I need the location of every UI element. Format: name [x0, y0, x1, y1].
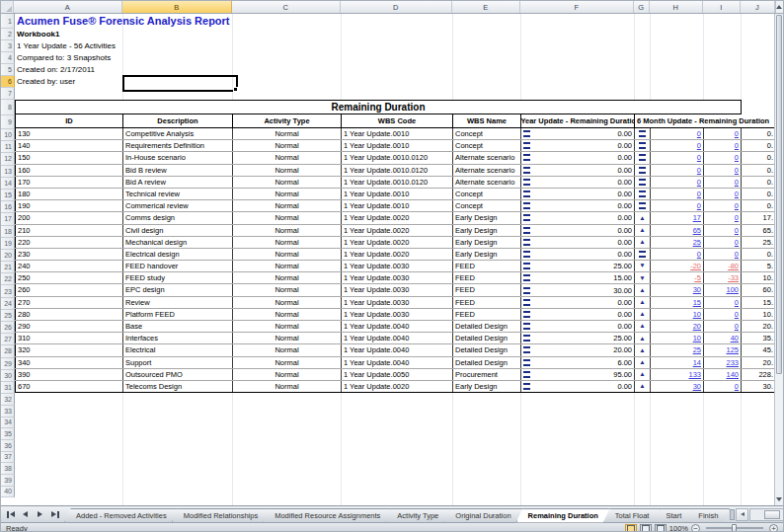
cell-wbs-name[interactable]: Early Design: [453, 249, 521, 260]
row-header-18[interactable]: 18: [1, 226, 15, 238]
cell-delta[interactable]: 0: [651, 140, 704, 151]
cell-delta[interactable]: 0: [651, 249, 704, 260]
cell-id[interactable]: 270: [15, 297, 123, 308]
cell-pct[interactable]: -33: [704, 272, 742, 283]
cell-six-month[interactable]: 20.: [742, 321, 774, 332]
cell-id[interactable]: 150: [15, 152, 123, 163]
cell-six-month[interactable]: 10.: [742, 309, 774, 320]
cell-description[interactable]: Commerical review: [123, 200, 233, 211]
cell-pct[interactable]: 0: [704, 249, 742, 260]
cell-wbs-code[interactable]: 1 Year Update.0040: [342, 333, 453, 343]
cell-pct[interactable]: 0: [704, 212, 742, 223]
cell-activity-type[interactable]: Normal: [233, 309, 342, 320]
cell-description[interactable]: Bid A review: [123, 177, 233, 188]
cell-wbs-code[interactable]: 1 Year Update.0030: [342, 297, 453, 308]
cell-id[interactable]: 170: [15, 177, 123, 188]
header-six-month-update[interactable]: 6 Month Update - Remaining Duration: [635, 114, 774, 128]
cell-wbs-code[interactable]: 1 Year Update.0030: [342, 272, 453, 283]
cell-trend[interactable]: ▲: [635, 309, 651, 320]
info-line-row-5[interactable]: Created on: 2/17/2011: [17, 65, 95, 74]
cell-six-month[interactable]: 0.: [742, 200, 774, 211]
cell-description[interactable]: Outsourced PMO: [123, 369, 233, 380]
cell-description[interactable]: Civil design: [123, 225, 233, 236]
sheet-tab-3[interactable]: Activity Type: [385, 508, 450, 523]
cell-id[interactable]: 250: [15, 272, 123, 283]
row-header-37[interactable]: 37: [1, 452, 15, 464]
cell-pct[interactable]: 0: [704, 165, 742, 176]
cell-activity-type[interactable]: Normal: [233, 237, 342, 248]
cell-activity-type[interactable]: Normal: [233, 177, 342, 188]
cell-wbs-name[interactable]: Detailed Design: [453, 344, 521, 355]
cell-wbs-code[interactable]: 1 Year Update.0010: [342, 128, 453, 139]
page-layout-view-button[interactable]: [640, 524, 652, 532]
cell-wbs-name[interactable]: Concept: [453, 189, 521, 199]
cell-wbs-name[interactable]: Detailed Design: [453, 357, 521, 368]
cell-activity-type[interactable]: Normal: [233, 200, 342, 211]
cell-id[interactable]: 130: [15, 128, 123, 139]
row-header-35[interactable]: 35: [1, 428, 15, 440]
cell-trend[interactable]: ▲: [635, 381, 651, 392]
cell-description[interactable]: Comms design: [123, 212, 233, 223]
cell-year-update[interactable]: 0.00: [521, 237, 635, 248]
page-break-view-button[interactable]: [655, 524, 666, 532]
cell-delta[interactable]: 0: [651, 177, 704, 188]
cell-description[interactable]: Mechanical design: [123, 237, 233, 248]
cell-wbs-name[interactable]: Detailed Design: [453, 333, 521, 343]
cell-year-update[interactable]: 0.00: [521, 249, 635, 260]
row-header-28[interactable]: 28: [1, 345, 15, 357]
cell-delta[interactable]: 10: [651, 309, 704, 320]
cell-trend[interactable]: ▼: [635, 261, 651, 271]
cell-trend[interactable]: ▲: [635, 297, 651, 308]
cell-pct[interactable]: 0: [704, 140, 742, 151]
cell-wbs-code[interactable]: 1 Year Update.0010: [342, 200, 453, 211]
cell-id[interactable]: 200: [15, 212, 123, 223]
cell-wbs-name[interactable]: Concept: [453, 128, 521, 139]
sheet-tab-7[interactable]: Start: [654, 508, 693, 523]
cell-year-update[interactable]: 0.00: [521, 309, 635, 320]
cell-activity-type[interactable]: Normal: [233, 189, 342, 199]
cell-activity-type[interactable]: Normal: [233, 333, 342, 343]
cell-description[interactable]: In-House scenario: [123, 152, 233, 163]
cell-delta[interactable]: -20: [651, 261, 704, 271]
cell-delta[interactable]: 17: [651, 212, 704, 223]
zoom-slider-thumb[interactable]: [732, 524, 737, 532]
cell-wbs-code[interactable]: 1 Year Update.0030: [342, 309, 453, 320]
cell-description[interactable]: Electrical: [123, 344, 233, 355]
cell-id[interactable]: 390: [15, 369, 123, 380]
cell-pct[interactable]: 0: [704, 309, 742, 320]
cell-wbs-name[interactable]: Early Design: [453, 381, 521, 392]
cell-wbs-code[interactable]: 1 Year Update.0020: [342, 212, 453, 223]
cell-wbs-name[interactable]: Concept: [453, 140, 521, 151]
scroll-down-button[interactable]: [775, 494, 783, 505]
cell-six-month[interactable]: 0.: [742, 152, 774, 163]
cell-year-update[interactable]: 15.00: [521, 272, 635, 283]
cell-year-update[interactable]: 0.00: [521, 200, 635, 211]
row-header-15[interactable]: 15: [1, 190, 15, 201]
cell-id[interactable]: 260: [15, 284, 123, 295]
cell-id[interactable]: 320: [15, 344, 123, 355]
row-header-31[interactable]: 31: [1, 382, 15, 394]
info-line-row-2[interactable]: Workbook1: [17, 30, 59, 38]
row-header-5[interactable]: 5: [1, 64, 15, 76]
cell-trend[interactable]: ▲: [635, 212, 651, 223]
cell-activity-type[interactable]: Normal: [233, 152, 342, 163]
row-header-21[interactable]: 21: [1, 262, 15, 273]
hscroll-left-button[interactable]: [736, 508, 748, 521]
horizontal-scrollbar[interactable]: [749, 508, 784, 521]
cell-delta[interactable]: 0: [651, 152, 704, 163]
cell-activity-type[interactable]: Normal: [233, 140, 342, 151]
cell-wbs-code[interactable]: 1 Year Update.0010.0120: [342, 165, 453, 176]
cell-wbs-name[interactable]: FEED: [453, 272, 521, 283]
cell-activity-type[interactable]: Normal: [233, 284, 342, 295]
cell-delta[interactable]: 133: [651, 369, 704, 380]
header-year-update[interactable]: 1 Year Update - Remaining Duration: [521, 114, 635, 128]
cell-activity-type[interactable]: Normal: [233, 357, 342, 368]
cell-activity-type[interactable]: Normal: [233, 249, 342, 260]
cell-six-month[interactable]: 0.: [742, 177, 774, 188]
cell-id[interactable]: 160: [15, 165, 123, 176]
cell-year-update[interactable]: 0.00: [521, 152, 635, 163]
info-line-row-4[interactable]: Compared to: 3 Snapshots: [17, 53, 111, 62]
sheet-tab-4[interactable]: Original Duration: [443, 508, 522, 523]
cell-year-update[interactable]: 20.00: [521, 344, 635, 355]
cell-six-month[interactable]: 0.: [742, 140, 774, 151]
